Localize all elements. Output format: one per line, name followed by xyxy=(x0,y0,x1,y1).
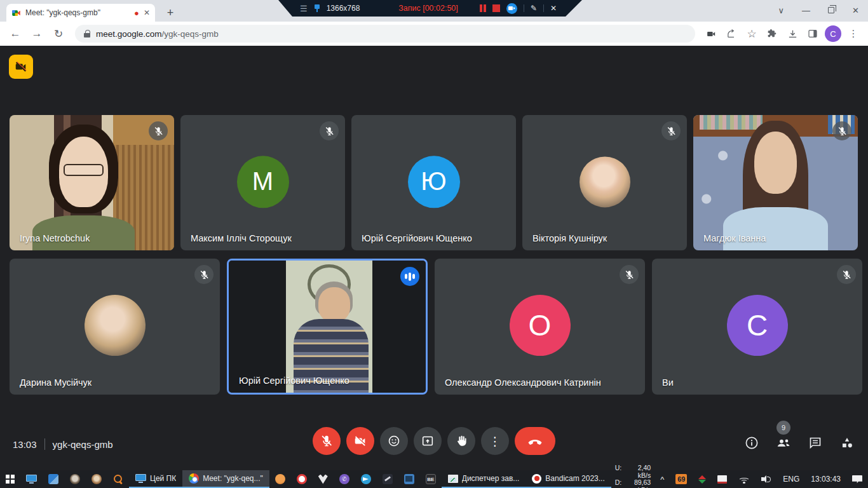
browser-menu-icon[interactable]: ⋮ xyxy=(845,25,862,42)
reload-button[interactable]: ↻ xyxy=(50,25,67,43)
taskbar-button-this-pc[interactable]: Цей ПК xyxy=(129,470,182,488)
close-window-button[interactable]: ✕ xyxy=(852,6,859,15)
meeting-code: ygk-qeqs-gmb xyxy=(53,439,113,450)
address-bar[interactable]: meet.google.com/ygk-qeqs-gmb xyxy=(75,25,695,43)
bandicam-tray-icon[interactable] xyxy=(712,475,733,484)
opera-icon[interactable] xyxy=(291,470,313,488)
minimize-button[interactable]: — xyxy=(802,6,810,15)
browser-toolbar: ← → ↻ meet.google.com/ygk-qeqs-gmb ☆ C ⋮ xyxy=(0,22,868,46)
fox-app-icon[interactable] xyxy=(86,470,107,488)
participant-name: Олександр Олександрович Катринін xyxy=(445,377,601,388)
bandicam-pin-icon[interactable] xyxy=(313,4,321,13)
downloader-app-icon[interactable] xyxy=(269,470,291,488)
clock[interactable]: 13:03:43 xyxy=(805,475,846,484)
participant-tile[interactable]: Магдюк Іванна xyxy=(693,115,858,250)
avatar: C xyxy=(727,295,788,356)
participant-tile[interactable]: О Олександр Олександрович Катринін xyxy=(435,259,645,395)
bandicam-screenshot-button[interactable] xyxy=(506,3,517,14)
share-icon[interactable] xyxy=(723,25,740,42)
downloads-icon[interactable] xyxy=(784,25,801,42)
more-options-button[interactable]: ⋮ xyxy=(481,427,509,455)
raccoon-app-icon[interactable] xyxy=(64,470,86,488)
start-button[interactable] xyxy=(0,470,20,488)
tab-close-icon[interactable]: ✕ xyxy=(144,8,150,17)
participant-tile[interactable]: Ю Юрій Сергійович Ющенко xyxy=(351,115,516,250)
tray-chevron-icon[interactable]: ^ xyxy=(654,475,670,484)
present-screen-button[interactable] xyxy=(414,427,442,455)
participant-tile[interactable]: Вікторія Кушнірук xyxy=(522,115,687,250)
participant-tile[interactable]: Дарина Мусійчук xyxy=(10,259,220,395)
video-feed xyxy=(229,261,426,393)
wifi-icon[interactable] xyxy=(733,475,756,484)
people-button[interactable]: 9 xyxy=(775,435,792,451)
traffic-arrows-icon[interactable] xyxy=(693,475,712,484)
extensions-puzzle-icon[interactable] xyxy=(764,25,780,42)
telegram-icon[interactable] xyxy=(355,470,377,488)
mic-off-icon xyxy=(661,121,681,140)
tab-recording-icon: ● xyxy=(134,9,139,17)
be-app-icon[interactable]: BE xyxy=(420,470,442,488)
back-button[interactable]: ← xyxy=(6,25,24,43)
side-panel-icon[interactable] xyxy=(804,25,821,42)
image-app-icon[interactable] xyxy=(398,470,420,488)
wolf-app-icon[interactable] xyxy=(313,470,334,488)
show-desktop-icon[interactable] xyxy=(20,470,43,488)
bandicam-close-button[interactable]: ✕ xyxy=(550,4,557,13)
meeting-details-button[interactable] xyxy=(743,435,760,451)
meeting-time: 13:03 xyxy=(13,439,37,450)
mic-off-icon xyxy=(620,265,639,284)
profile-avatar[interactable]: C xyxy=(825,25,841,42)
language-indicator[interactable]: ENG xyxy=(777,475,805,484)
restore-button[interactable] xyxy=(828,7,834,13)
bandicam-stop-button[interactable] xyxy=(492,4,500,12)
avatar xyxy=(85,295,146,356)
taskbar-button-chrome-meet[interactable]: Meet: "ygk-qeq..." xyxy=(182,470,269,488)
participant-tile-self[interactable]: C Ви xyxy=(652,259,862,395)
avatar xyxy=(580,156,630,207)
mic-off-icon xyxy=(320,121,339,140)
bandicam-menu-icon[interactable]: ☰ xyxy=(300,4,308,13)
activities-button[interactable] xyxy=(839,435,855,451)
network-speed-widget: U:2,40 kB/s D:89,63 kB/s xyxy=(611,464,654,488)
mic-off-button[interactable] xyxy=(313,427,341,455)
participants-row-2: Дарина Мусійчук Юрій Сергійович Ющенко О… xyxy=(10,259,862,395)
bandicam-draw-button[interactable]: ✎ xyxy=(531,4,537,13)
leave-call-button[interactable] xyxy=(515,427,555,455)
avatar: М xyxy=(237,156,289,208)
participant-tile[interactable]: М Максим Ілліч Сторощук xyxy=(180,115,345,250)
tab-search-icon[interactable]: ∨ xyxy=(778,6,785,15)
participant-name: Юрій Сергійович Ющенко xyxy=(239,376,349,386)
reactions-button[interactable] xyxy=(380,427,408,455)
new-tab-button[interactable]: + xyxy=(163,5,178,20)
url-text[interactable]: meet.google.com/ygk-qeqs-gmb xyxy=(96,29,219,39)
temperature-badge[interactable]: 69 xyxy=(670,474,693,484)
viber-icon[interactable]: ✆ xyxy=(334,470,355,488)
participant-name: Вікторія Кушнірук xyxy=(532,233,607,243)
people-count-badge: 9 xyxy=(776,421,790,435)
photos-app-icon[interactable] xyxy=(43,470,64,488)
raise-hand-button[interactable] xyxy=(447,427,475,455)
editor-app-icon[interactable] xyxy=(377,470,398,488)
participant-name: Iryna Netrobchuk xyxy=(20,233,90,243)
meet-page: Iryna Netrobchuk М Максим Ілліч Сторощук… xyxy=(0,46,868,470)
avatar: Ю xyxy=(408,156,460,208)
participant-name: Максим Ілліч Сторощук xyxy=(191,233,292,243)
chat-button[interactable] xyxy=(807,435,824,451)
browser-tab[interactable]: Meet: "ygk-qeqs-gmb" ● ✕ xyxy=(6,4,155,22)
lock-icon[interactable] xyxy=(84,30,90,37)
taskbar-button-bandicam[interactable]: Bandicam 2023... xyxy=(526,470,611,488)
bookmark-star-icon[interactable]: ☆ xyxy=(743,25,760,42)
participant-tile-speaking[interactable]: Юрій Сергійович Ющенко xyxy=(227,259,428,395)
camera-off-button[interactable] xyxy=(346,427,374,455)
camera-in-use-icon[interactable] xyxy=(703,25,719,42)
bandicam-pause-button[interactable] xyxy=(480,4,486,12)
forward-button[interactable]: → xyxy=(28,25,46,43)
camera-off-banner[interactable] xyxy=(9,55,33,79)
search-app-icon[interactable] xyxy=(107,470,129,488)
tab-title: Meet: "ygk-qeqs-gmb" xyxy=(25,8,130,17)
action-center-icon[interactable] xyxy=(846,475,868,484)
system-tray: U:2,40 kB/s D:89,63 kB/s ^ 69 ENG 13:03:… xyxy=(611,470,868,488)
participant-tile[interactable]: Iryna Netrobchuk xyxy=(10,115,174,250)
taskbar-button-task-manager[interactable]: Диспетчер зав... xyxy=(442,470,526,488)
volume-icon[interactable] xyxy=(756,475,777,484)
